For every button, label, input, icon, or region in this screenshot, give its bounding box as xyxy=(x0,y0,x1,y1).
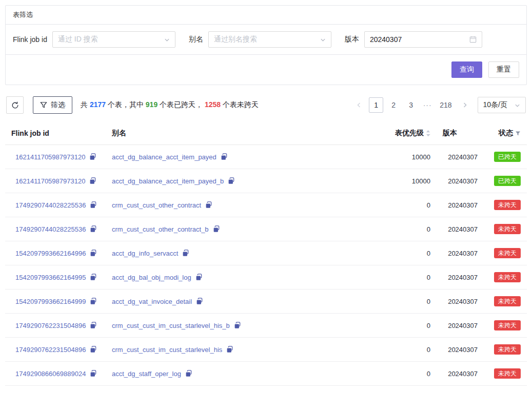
row-flink-id[interactable]: 1749290762231504896 xyxy=(15,346,86,354)
copy-icon[interactable] xyxy=(233,322,241,329)
row-alias[interactable]: acct_dg_balance_acct_item_payed_b xyxy=(112,177,224,185)
summary-seg4: 个表未跨天 xyxy=(221,100,259,109)
page-button-1[interactable]: 1 xyxy=(369,97,383,113)
row-flink-id[interactable]: 1749290866069889024 xyxy=(15,370,86,378)
row-version: 20240307 xyxy=(437,289,484,314)
table-row: 1542097993662164999 acct_dg_vat_invoice_… xyxy=(5,289,527,314)
copy-icon[interactable] xyxy=(89,177,96,184)
row-version: 20240307 xyxy=(437,265,484,289)
version-date-input[interactable]: 20240307 xyxy=(364,31,482,48)
copy-icon[interactable] xyxy=(195,298,203,305)
copy-icon[interactable] xyxy=(212,225,220,233)
status-badge: 未跨天 xyxy=(494,368,521,379)
copy-icon[interactable] xyxy=(89,201,96,209)
flink-job-id-placeholder: 通过 ID 搜索 xyxy=(58,35,98,44)
prev-page-button[interactable] xyxy=(352,97,366,113)
copy-icon[interactable] xyxy=(226,346,233,353)
copy-icon[interactable] xyxy=(89,298,96,305)
column-filter-icon[interactable] xyxy=(515,131,521,136)
page-button-2[interactable]: 2 xyxy=(386,97,401,113)
filter-button[interactable]: 筛选 xyxy=(33,96,72,114)
row-alias[interactable]: crm_cust_cust_im_cust_starlevel_his xyxy=(112,346,222,354)
status-badge: 未跨天 xyxy=(494,224,521,234)
row-flink-id[interactable]: 1621411705987973120 xyxy=(15,177,85,185)
status-badge: 已跨天 xyxy=(494,176,521,186)
toolbar: 筛选 共 2177 个表，其中 919 个表已跨天， 1258 个表未跨天 12… xyxy=(6,96,526,114)
copy-icon[interactable] xyxy=(227,177,234,184)
page-ellipsis[interactable]: ··· xyxy=(421,101,434,109)
chevron-right-icon xyxy=(462,102,468,108)
page-size-select[interactable]: 10条/页 xyxy=(478,97,526,113)
sort-icon[interactable] xyxy=(426,130,430,137)
chevron-down-icon xyxy=(515,102,520,108)
copy-icon[interactable] xyxy=(89,225,96,233)
uncrossed-count: 1258 xyxy=(205,100,221,109)
header-status[interactable]: 状态 xyxy=(484,122,527,145)
copy-icon[interactable] xyxy=(205,201,212,209)
table-row: 1749290762231504896 crm_cust_cust_im_cus… xyxy=(5,338,527,362)
row-alias[interactable]: acct_dg_staff_oper_log xyxy=(112,370,181,378)
alias-placeholder: 通过别名搜索 xyxy=(214,35,257,44)
filter-icon xyxy=(40,101,47,109)
chevron-left-icon xyxy=(356,102,362,108)
row-alias[interactable]: crm_cust_cust_other_contract xyxy=(112,201,201,209)
row-alias[interactable]: acct_dg_vat_invoice_detail xyxy=(112,298,192,305)
row-alias[interactable]: acct_dg_balance_acct_item_payed xyxy=(112,153,216,161)
row-alias[interactable]: acct_dg_bal_obj_modi_log xyxy=(112,274,191,281)
row-priority: 0 xyxy=(380,241,437,265)
calendar-icon xyxy=(469,36,477,43)
status-badge: 未跨天 xyxy=(494,248,521,258)
page: 表筛选 Flink job id 通过 ID 搜索 别名 通过别名搜索 版本 2… xyxy=(0,0,532,393)
row-flink-id[interactable]: 1749290744028225536 xyxy=(15,225,86,233)
reset-button[interactable]: 重置 xyxy=(488,61,519,78)
header-priority[interactable]: 表优先级 xyxy=(380,122,437,145)
copy-icon[interactable] xyxy=(89,250,96,257)
row-version: 20240307 xyxy=(437,217,484,241)
results-table: Flink job id 别名 表优先级 版本 状态 xyxy=(5,122,527,386)
filter-form: Flink job id 通过 ID 搜索 别名 通过别名搜索 版本 20240… xyxy=(6,25,526,54)
next-page-button[interactable] xyxy=(458,97,471,113)
pagination-top: 123···21810条/页 xyxy=(352,97,526,113)
row-alias[interactable]: acct_dg_info_servacct xyxy=(112,250,178,257)
refresh-button[interactable] xyxy=(6,96,24,114)
table-row: 1749290744028225536 crm_cust_cust_other_… xyxy=(5,193,527,217)
row-flink-id[interactable]: 1542097993662164999 xyxy=(15,298,86,305)
status-badge: 已跨天 xyxy=(494,152,521,162)
row-flink-id[interactable]: 1749290744028225536 xyxy=(15,201,86,209)
row-priority: 10000 xyxy=(380,169,437,193)
row-priority: 0 xyxy=(380,314,437,338)
flink-job-id-label: Flink job id xyxy=(13,35,47,44)
row-priority: 10000 xyxy=(380,145,437,169)
page-button-218[interactable]: 218 xyxy=(437,97,455,113)
header-status-label: 状态 xyxy=(499,129,513,138)
header-version: 版本 xyxy=(437,122,484,145)
header-alias: 别名 xyxy=(106,122,380,145)
table-row: 1749290762231504896 crm_cust_cust_im_cus… xyxy=(5,314,527,338)
copy-icon[interactable] xyxy=(89,346,96,353)
status-badge: 未跨天 xyxy=(494,320,521,330)
summary-text: 共 2177 个表，其中 919 个表已跨天， 1258 个表未跨天 xyxy=(81,100,259,110)
copy-icon[interactable] xyxy=(220,153,227,160)
copy-icon[interactable] xyxy=(195,274,202,281)
copy-icon[interactable] xyxy=(89,274,96,281)
copy-icon[interactable] xyxy=(89,322,96,329)
copy-icon[interactable] xyxy=(89,370,96,377)
copy-icon[interactable] xyxy=(182,250,189,257)
alias-select[interactable]: 通过别名搜索 xyxy=(208,31,331,48)
row-flink-id[interactable]: 1749290762231504896 xyxy=(15,322,86,329)
search-button[interactable]: 查询 xyxy=(451,61,482,78)
row-alias[interactable]: crm_cust_cust_im_cust_starlevel_his_b xyxy=(112,322,230,329)
table-row: 1749290744028225536 crm_cust_cust_other_… xyxy=(5,217,527,241)
table-row: 1542097993662164995 acct_dg_bal_obj_modi… xyxy=(5,265,527,289)
flink-job-id-select[interactable]: 通过 ID 搜索 xyxy=(52,31,175,48)
table-row: 1542097993662164996 acct_dg_info_servacc… xyxy=(5,241,527,265)
copy-icon[interactable] xyxy=(89,153,96,160)
row-alias[interactable]: crm_cust_cust_other_contract_b xyxy=(112,225,209,233)
page-button-3[interactable]: 3 xyxy=(404,97,418,113)
row-priority: 0 xyxy=(380,265,437,289)
row-flink-id[interactable]: 1542097993662164995 xyxy=(15,274,86,281)
row-flink-id[interactable]: 1621411705987973120 xyxy=(15,153,85,161)
header-flink-job-id: Flink job id xyxy=(5,122,106,145)
copy-icon[interactable] xyxy=(185,370,192,377)
row-flink-id[interactable]: 1542097993662164996 xyxy=(15,250,86,257)
